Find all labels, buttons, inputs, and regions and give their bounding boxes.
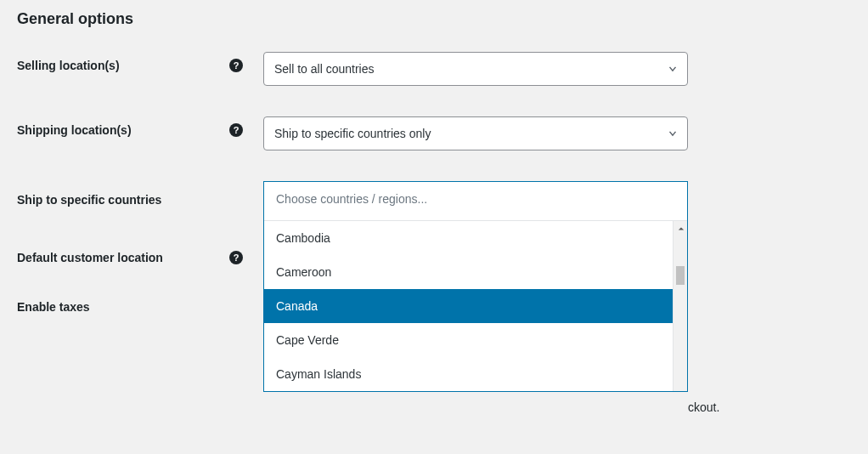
row-selling-locations: Selling location(s) ? Sell to all countr… [17, 37, 851, 101]
multiselect-placeholder[interactable]: Choose countries / regions... [264, 182, 687, 221]
label-selling-locations: Selling location(s) [17, 52, 229, 72]
label-ship-to-countries: Ship to specific countries [17, 181, 229, 207]
field-col: Ship to specific countries only [263, 116, 688, 150]
help-icon[interactable]: ? [229, 251, 243, 264]
field-col: Choose countries / regions... Cambodia C… [263, 181, 688, 392]
help-icon[interactable]: ? [229, 59, 243, 72]
help-col [229, 181, 263, 188]
select-value: Sell to all countries [274, 62, 375, 76]
label-shipping-locations: Shipping location(s) [17, 116, 229, 137]
label-default-customer-location: Default customer location [17, 244, 229, 264]
scroll-up-icon[interactable] [674, 221, 687, 236]
scrollbar[interactable] [673, 221, 687, 391]
help-col [229, 293, 263, 300]
label-enable-taxes: Enable taxes [17, 293, 229, 314]
dropdown-option-highlighted[interactable]: Canada [264, 289, 687, 323]
help-col: ? [229, 52, 263, 72]
field-col: Sell to all countries [263, 52, 688, 86]
dropdown-option[interactable]: Cayman Islands [264, 357, 687, 391]
help-icon[interactable]: ? [229, 123, 243, 137]
select-shipping-locations[interactable]: Ship to specific countries only [263, 116, 688, 150]
scrollbar-thumb[interactable] [676, 266, 685, 285]
multiselect-ship-countries[interactable]: Choose countries / regions... Cambodia C… [263, 181, 688, 392]
chevron-down-icon [667, 63, 679, 75]
select-selling-locations[interactable]: Sell to all countries [263, 52, 688, 86]
help-col: ? [229, 244, 263, 264]
select-value: Ship to specific countries only [274, 127, 431, 140]
trailing-text-fragment: ckout. [688, 400, 719, 414]
chevron-down-icon [667, 128, 679, 139]
dropdown-list: Cambodia Cameroon Canada Cape Verde Caym… [264, 221, 687, 391]
dropdown-option[interactable]: Cape Verde [264, 323, 687, 357]
help-col: ? [229, 116, 263, 137]
page-title: General options [0, 0, 868, 37]
dropdown-option[interactable]: Cameroon [264, 255, 687, 289]
form-table: Selling location(s) ? Sell to all countr… [0, 37, 868, 329]
dropdown-option[interactable]: Cambodia [264, 221, 687, 255]
row-shipping-locations: Shipping location(s) ? Ship to specific … [17, 101, 851, 166]
